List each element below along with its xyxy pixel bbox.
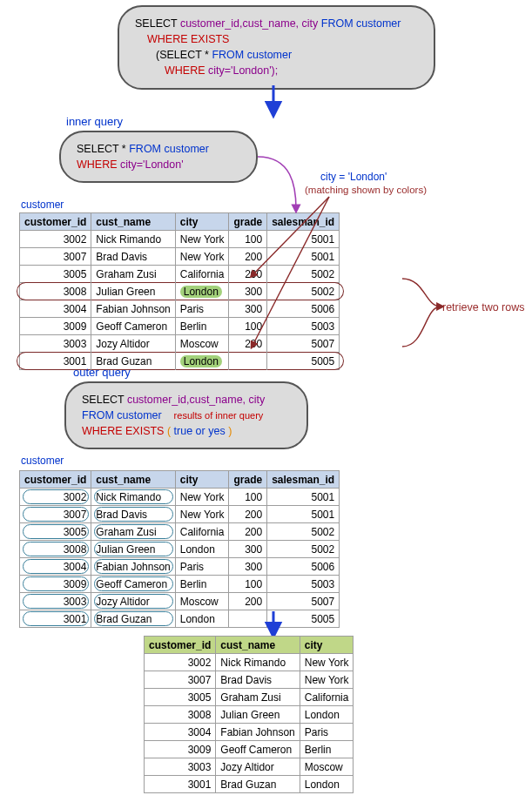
col-cust_name: cust_name (216, 637, 300, 654)
main-query-line4: WHERE city='London'); (135, 63, 418, 78)
table-row: 3002Nick RimandoNew York (145, 654, 354, 671)
table-row: 3007Brad DavisNew York2005001 (20, 506, 340, 523)
table-row: 3002Nick RimandoNew York1005001 (20, 231, 340, 248)
table-row: 3009Geoff CameronBerlin1005003 (20, 318, 340, 335)
col-customer_id: customer_id (20, 471, 91, 489)
outer-kw-from: FROM (82, 409, 114, 421)
inner-box-line1: SELECT * FROM customer (77, 141, 240, 157)
inner-kw-table: customer (165, 143, 209, 155)
main-query-line1: SELECT customer_id,cust_name, city FROM … (135, 16, 418, 31)
outer-kw-select: SELECT (82, 394, 124, 406)
kw-inner-where: WHERE (165, 64, 205, 77)
table-row: 3001Brad GuzanLondon5005 (20, 353, 340, 370)
table-row: 3003Jozy AltidorMoscow2005007 (20, 335, 340, 353)
customer-table-1: customer_idcust_namecitygradesalesman_id… (19, 212, 340, 370)
table-row: 3002Nick RimandoNew York1005001 (20, 489, 340, 506)
col-grade: grade (229, 213, 267, 231)
inner-kw-cond: city='London' (120, 158, 184, 171)
col-salesman_id: salesman_id (267, 213, 340, 231)
main-query-line2: WHERE EXISTS (135, 31, 418, 47)
customer-table-label-2: customer (21, 455, 64, 467)
table-row: 3004Fabian JohnsonParis3005006 (20, 558, 340, 576)
outer-kw-where-exists: WHERE EXISTS (82, 425, 164, 437)
kw-inner-select: SELECT * (159, 49, 209, 61)
table-row: 3008Julian GreenLondon3005002 (20, 283, 340, 300)
col-city: city (175, 213, 229, 231)
col-customer_id: customer_id (145, 637, 216, 654)
table-row: 3001Brad GuzanLondon5005 (20, 610, 340, 628)
customer-table-label-1: customer (21, 199, 64, 211)
kw-select: SELECT (135, 17, 177, 30)
outer-kw-cols: customer_id,cust_name, city (127, 394, 265, 406)
inner-box-line2: WHERE city='London' (77, 157, 240, 172)
true-or-yes: true or yes (174, 425, 226, 437)
main-query-box: SELECT customer_id,cust_name, city FROM … (118, 5, 435, 90)
kw-from: FROM (321, 17, 354, 30)
col-city: city (175, 471, 229, 489)
kw-table: customer (356, 17, 401, 30)
outer-query-box: SELECT customer_id,cust_name, city FROM … (64, 381, 308, 449)
inner-query-box: SELECT * FROM customer WHERE city='Londo… (59, 131, 258, 183)
outer-kw-table: customer (117, 409, 161, 421)
outer-line1: SELECT customer_id,cust_name, city (82, 392, 291, 408)
outer-line3: WHERE EXISTS ( true or yes ) (82, 423, 291, 439)
city-eq-annotation: city = 'London' (320, 171, 387, 183)
kw-inner-cond: city='London'); (208, 64, 278, 77)
table-row: 3004Fabian JohnsonParis (145, 724, 354, 741)
table-row: 3004Fabian JohnsonParis3005006 (20, 300, 340, 318)
outer-query-label: outer query (73, 366, 131, 379)
table-row: 3005Graham ZusiCalifornia2005002 (20, 266, 340, 283)
inner-query-label: inner query (66, 115, 123, 128)
inner-kw-select: SELECT * (77, 143, 126, 155)
table-row: 3007Brad DavisNew York (145, 671, 354, 689)
col-city: city (300, 637, 354, 654)
kw-inner-from: FROM (212, 49, 244, 61)
matching-annotation: (matching shown by colors) (305, 185, 427, 195)
col-grade: grade (229, 471, 267, 489)
inner-kw-from: FROM (129, 143, 161, 155)
results-of-inner-note: results of inner query (174, 410, 264, 421)
col-salesman_id: salesman_id (267, 471, 340, 489)
table-row: 3008Julian GreenLondon3005002 (20, 541, 340, 558)
table-row: 3005Graham ZusiCalifornia (145, 689, 354, 706)
col-customer_id: customer_id (20, 213, 91, 231)
col-cust_name: cust_name (91, 213, 175, 231)
table-row: 3003Jozy AltidorMoscow2005007 (20, 593, 340, 610)
retrieve-two-rows-label: retrieve two rows (442, 301, 524, 313)
outer-line2: FROM customer results of inner query (82, 408, 291, 423)
table-row: 3007Brad DavisNew York2005001 (20, 248, 340, 266)
kw-where-exists: WHERE EXISTS (147, 33, 229, 45)
inner-kw-where: WHERE (77, 158, 118, 171)
table-row: 3001Brad GuzanLondon (145, 776, 354, 793)
outer-open-paren: ( (167, 425, 171, 437)
kw-inner-table: customer (247, 49, 292, 61)
table-row: 3009Geoff CameronBerlin1005003 (20, 576, 340, 593)
table-row: 3008Julian GreenLondon (145, 706, 354, 724)
outer-close-paren: ) (228, 425, 232, 437)
main-query-line3: (SELECT * FROM customer (135, 47, 418, 63)
table-row: 3003Jozy AltidorMoscow (145, 758, 354, 776)
result-table: customer_idcust_namecity3002Nick Rimando… (144, 636, 354, 793)
kw-columns: customer_id,cust_name, city (180, 17, 318, 30)
col-cust_name: cust_name (91, 471, 175, 489)
customer-table-2: customer_idcust_namecitygradesalesman_id… (19, 470, 340, 628)
table-row: 3005Graham ZusiCalifornia2005002 (20, 523, 340, 541)
table-row: 3009Geoff CameronBerlin (145, 741, 354, 758)
